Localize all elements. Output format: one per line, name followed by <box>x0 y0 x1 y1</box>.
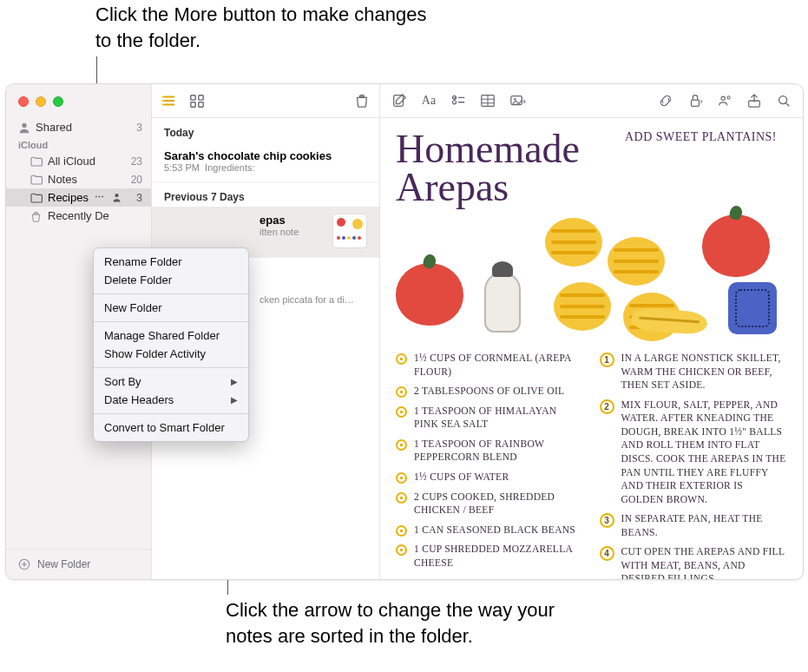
sidebar-item-count: 3 <box>128 122 142 134</box>
handwritten-annotation: Add sweet plantains! <box>625 130 777 144</box>
menu-item-convert-smart[interactable]: Convert to Smart Folder <box>94 418 248 437</box>
table-icon[interactable] <box>479 92 496 109</box>
menu-item-sort-by[interactable]: Sort By▶ <box>94 372 248 391</box>
sidebar-item-count: 3 <box>128 192 142 204</box>
sidebar-item-label: Recently De <box>48 209 142 222</box>
bullet-icon <box>396 353 407 365</box>
svg-point-17 <box>721 96 725 100</box>
compose-icon[interactable] <box>391 92 408 109</box>
checklist-icon[interactable] <box>450 92 467 109</box>
bullet-icon <box>396 525 407 537</box>
note-meta: 5:53 PM Ingredients: <box>164 162 367 173</box>
svg-rect-9 <box>199 102 203 107</box>
menu-separator <box>94 321 248 322</box>
sidebar-item-label: Notes <box>48 173 123 186</box>
sidebar-item-count: 23 <box>128 155 142 168</box>
menu-item-new-folder[interactable]: New Folder <box>94 299 248 317</box>
note-content[interactable]: Add sweet plantains! HomemadeArepas 1½ c… <box>380 118 803 579</box>
folder-context-menu: Rename Folder Delete Folder New Folder M… <box>93 247 249 442</box>
notes-list-toolbar <box>152 84 379 118</box>
note-list-item[interactable]: Sarah's chocolate chip cookies 5:53 PM I… <box>152 142 379 182</box>
people-icon <box>18 122 30 134</box>
editor-toolbar: Aa <box>380 84 803 118</box>
more-icon[interactable]: ⋯ <box>94 193 106 202</box>
ingredient-item: 1 can seasoned black beans <box>396 524 584 537</box>
new-folder-button[interactable]: New Folder <box>6 549 151 579</box>
sidebar-item-label: Recipes <box>48 191 89 204</box>
bullet-icon <box>396 492 407 504</box>
menu-item-delete-folder[interactable]: Delete Folder <box>94 271 248 289</box>
step-item: 4Cut open the arepas and fill with meat,… <box>600 545 788 579</box>
menu-item-rename-folder[interactable]: Rename Folder <box>94 253 248 271</box>
step-item: 3In separate pan, heat the beans. <box>600 512 788 539</box>
sidebar-item-shared[interactable]: Shared 3 <box>6 118 151 136</box>
folder-icon <box>30 175 43 185</box>
ingredient-item: 1½ cups of cornmeal (arepa flour) <box>396 352 584 379</box>
arepa-icon <box>608 237 665 286</box>
svg-point-3 <box>162 96 164 98</box>
ingredient-item: 1½ cups of water <box>396 471 584 484</box>
sidebar-item-recently-deleted[interactable]: Recently De <box>6 207 151 225</box>
media-icon[interactable] <box>509 92 526 109</box>
steps-column: 1In a large nonstick skillet, warm the c… <box>600 352 788 579</box>
recipe-illustration <box>396 211 787 339</box>
ingredients-column: 1½ cups of cornmeal (arepa flour) 2 tabl… <box>396 352 584 579</box>
new-folder-label: New Folder <box>37 558 90 570</box>
search-icon[interactable] <box>775 92 792 109</box>
arepa-icon <box>545 218 602 267</box>
svg-point-20 <box>779 96 787 104</box>
sidebar-item-all-icloud[interactable]: All iCloud 23 <box>6 152 151 170</box>
collaborate-icon[interactable] <box>716 92 733 109</box>
beans-can-icon <box>728 282 777 334</box>
trash-icon <box>30 211 43 221</box>
menu-item-folder-activity[interactable]: Show Folder Activity <box>94 345 248 363</box>
zoom-window-icon[interactable] <box>53 96 63 107</box>
sidebar-item-recipes[interactable]: Recipes ⋯ 3 <box>6 188 151 207</box>
list-view-icon[interactable] <box>161 92 178 109</box>
ingredient-item: 1 cup shredded mozzarella cheese <box>396 543 584 570</box>
gallery-view-icon[interactable] <box>188 92 206 109</box>
bullet-icon <box>396 472 407 484</box>
tomato-icon <box>396 263 463 326</box>
notes-app-window: Shared 3 iCloud All iCloud 23 Notes 20 R… <box>5 83 804 580</box>
svg-rect-16 <box>692 100 700 106</box>
ingredient-item: 1 teaspoon of Himalayan pink sea salt <box>396 405 584 432</box>
help-callout-top: Click the More button to make changes to… <box>95 2 443 53</box>
svg-point-0 <box>22 122 26 127</box>
share-icon[interactable] <box>746 92 763 109</box>
minimize-window-icon[interactable] <box>36 96 46 107</box>
note-title: epas <box>164 214 325 227</box>
sidebar-item-label: Shared <box>36 121 123 134</box>
svg-point-1 <box>115 193 118 196</box>
chevron-right-icon: ▶ <box>231 377 238 386</box>
menu-item-date-headers[interactable]: Date Headers▶ <box>94 391 248 409</box>
svg-point-4 <box>162 100 164 102</box>
menu-separator <box>94 367 248 368</box>
ingredient-item: 2 cups cooked, shredded chicken / beef <box>396 491 584 517</box>
lock-icon[interactable] <box>686 92 704 109</box>
ingredient-item: 2 tablespoons of olive oil <box>396 385 584 399</box>
link-icon[interactable] <box>657 92 674 109</box>
trash-icon[interactable] <box>353 92 371 109</box>
svg-rect-7 <box>199 96 203 100</box>
format-text-icon[interactable]: Aa <box>420 92 437 109</box>
note-meta: itten note <box>164 227 325 237</box>
sidebar-item-notes[interactable]: Notes 20 <box>6 170 151 188</box>
step-item: 1In a large nonstick skillet, warm the c… <box>600 352 788 392</box>
svg-rect-8 <box>191 102 195 107</box>
bullet-icon <box>396 386 407 398</box>
close-window-icon[interactable] <box>18 96 29 107</box>
note-title: Sarah's chocolate chip cookies <box>164 149 367 162</box>
bullet-icon <box>396 439 407 451</box>
menu-item-manage-shared[interactable]: Manage Shared Folder <box>94 326 248 345</box>
svg-rect-6 <box>191 96 195 100</box>
bullet-icon <box>396 406 407 418</box>
plus-circle-icon <box>18 558 30 570</box>
chevron-right-icon: ▶ <box>231 395 238 405</box>
svg-point-12 <box>452 101 456 104</box>
salt-shaker-icon <box>484 272 521 333</box>
step-item: 2Mix flour, salt, pepper, and water. Aft… <box>600 399 788 506</box>
notes-section-header: Today <box>152 118 379 142</box>
arepa-icon <box>554 282 611 331</box>
svg-point-18 <box>727 96 730 99</box>
